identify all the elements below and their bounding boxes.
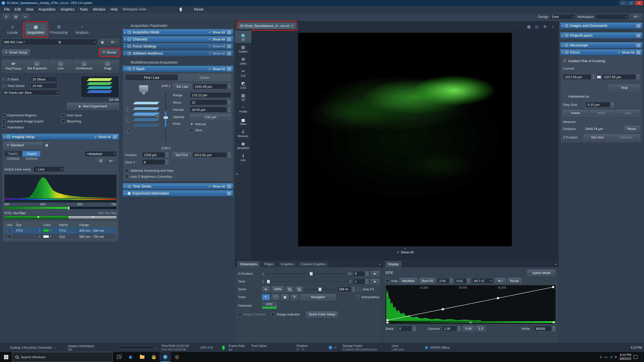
z-range-handle[interactable] [164, 116, 168, 119]
table-view-icon[interactable]: ▦ [43, 142, 51, 148]
zposition-spinner[interactable]: 6 [353, 271, 369, 277]
menu-window[interactable]: Window [90, 7, 108, 12]
last-slice-button[interactable]: L [126, 129, 130, 134]
zoom-slider[interactable] [305, 289, 335, 290]
taskbar-clock[interactable]: 6:10 PM 3/6/2023 [619, 353, 631, 361]
bleaching-checkbox[interactable] [62, 119, 65, 123]
view-info[interactable]: ℹInfo [235, 151, 251, 163]
z-fine-slider[interactable] [598, 71, 599, 82]
region-select-tool-button[interactable] [272, 294, 279, 300]
snap-button[interactable]: Snap [96, 60, 119, 72]
tab-acquisition[interactable]: ▦ Acquisition [25, 23, 47, 36]
time-play-button[interactable]: ▶ [371, 279, 379, 284]
fitc-channel-chip[interactable]: FITC [262, 302, 277, 309]
view-cut[interactable]: ✂Cut [235, 67, 251, 79]
slices-spinner[interactable]: 10 [190, 100, 231, 105]
start-button[interactable] [0, 352, 12, 362]
single-channel-checkbox[interactable] [238, 313, 242, 316]
auto-checkbox[interactable] [386, 279, 389, 283]
add-widefield-dropdown[interactable]: +Widefield [85, 151, 117, 157]
load-button[interactable]: Load [615, 110, 640, 116]
zoom-handle[interactable] [318, 288, 321, 291]
zposition-slider[interactable] [266, 273, 346, 274]
white-spinner[interactable]: 65535 [534, 326, 555, 331]
ch2-dye-dropdown[interactable] [16, 235, 40, 238]
minmax-button[interactable]: Min/Max [399, 278, 417, 284]
timeseries-duration-value[interactable]: 10 min [31, 83, 57, 88]
popout-icon[interactable]: ◳ [227, 30, 231, 34]
navigator-button[interactable]: Navigator [300, 294, 336, 300]
set-last-spinner[interactable]: 2242.49 µm [193, 84, 231, 89]
menu-acquisition[interactable]: Acquisition [36, 7, 58, 12]
find-focus-button[interactable]: AF Find Focus [2, 60, 25, 72]
taskbar-app[interactable] [171, 352, 183, 362]
software-autofocus-bar[interactable]: ▸ Software Autofocus ☐Show All ◳ [123, 50, 233, 56]
distance-reset-button[interactable]: Reset [624, 126, 640, 132]
interval-spinner[interactable]: 18.00 µm [190, 107, 231, 112]
ch2-gain-handle[interactable] [92, 216, 94, 218]
popout-icon[interactable]: ◳ [112, 135, 117, 139]
show-all-label[interactable]: Show All [98, 135, 111, 139]
quick-color-setup-button[interactable]: Quick Color Setup [306, 311, 338, 318]
timeseries-checkbox[interactable] [2, 84, 6, 87]
fitc-dye-dropdown[interactable]: FITC [16, 229, 40, 233]
zstack-range-widget[interactable]: 2449.1 2206.0 F C L ⇕ [125, 83, 171, 151]
tab-custom-graphics[interactable]: Custom Graphics [298, 261, 329, 267]
set-first-spinner[interactable]: 2412.61 µm [192, 152, 231, 158]
track-gear-button[interactable]: ⚙▾ [106, 158, 117, 164]
zposition-handle[interactable] [310, 272, 313, 276]
popout-icon[interactable]: ◳ [227, 51, 231, 56]
set-first-button[interactable]: Set First [172, 152, 191, 158]
taskbar-explorer[interactable] [136, 352, 148, 362]
display-gear-button[interactable]: ⚙▾ [495, 278, 506, 284]
focus-strategy-bar[interactable]: ▸ Focus Strategy ☐Show All ◳ [123, 43, 233, 49]
image-canvas[interactable] [298, 33, 512, 246]
track1-chip[interactable]: Track1 [4, 151, 22, 156]
slice-number-spinner[interactable]: 6 [142, 159, 169, 165]
tray-volume-icon[interactable]: ◁ [610, 355, 612, 359]
popout-icon[interactable]: ◳ [227, 67, 231, 71]
zoom-spinner[interactable]: 166 % [337, 287, 355, 292]
popout-icon[interactable]: ◳ [636, 24, 641, 28]
auto-save-checkbox[interactable] [62, 113, 65, 117]
reuse-button[interactable]: ↻Reuse [100, 49, 119, 55]
time-spinner[interactable]: 1 [353, 279, 369, 284]
step-size-spinner[interactable]: 0.10 µm [586, 102, 614, 107]
start-experiment-button[interactable]: ▶ Start Experiment [67, 103, 119, 110]
popout-icon[interactable]: ◳ [227, 184, 231, 189]
collapse-icon[interactable]: ▾ [405, 247, 406, 250]
all-tz-dropdown[interactable]: All T+Z [472, 278, 493, 284]
split-view-icon[interactable]: ◫ [534, 24, 540, 29]
close-document-icon[interactable]: ✕ [291, 24, 293, 27]
menu-help[interactable]: Help [108, 7, 120, 12]
time-handle[interactable] [267, 280, 270, 283]
stop-button[interactable]: Stop [609, 84, 640, 90]
zstack-tab-center[interactable]: Center [178, 74, 231, 81]
tab-processing[interactable]: ⚙ Processing [48, 23, 70, 36]
zstack-checkbox[interactable] [2, 77, 6, 81]
save-icon[interactable]: ▤ [12, 14, 20, 20]
menu-tools[interactable]: Tools [77, 7, 91, 12]
view-profile[interactable]: ~Profile [235, 103, 251, 115]
black-spinner[interactable]: 0 [397, 326, 416, 331]
channel-row-fitc[interactable]: FITC ▾ FITC 400 nm - 580 nm [5, 228, 116, 234]
toggle-icon[interactable]: ⇄ [334, 346, 336, 349]
menu-view[interactable]: View [23, 7, 36, 12]
automated-image-export-checkbox[interactable] [2, 119, 6, 123]
zoom-in-button[interactable]: + [295, 287, 303, 292]
tracks-per-slice-dropdown[interactable]: All Tracks per Slice [2, 90, 59, 95]
z-updown-button[interactable]: ⇕ [155, 114, 159, 119]
show-desktop-button[interactable] [641, 352, 643, 362]
range-handle[interactable] [68, 207, 69, 210]
imaging-setup-bar[interactable]: ▾ Imaging Setup ✓Show All ◳ [2, 134, 119, 140]
popout-icon[interactable]: ◳ [227, 44, 231, 49]
popout-icon[interactable]: ◳ [636, 33, 641, 38]
zoom-100-button[interactable]: 100% [272, 286, 284, 292]
tile-view-icon[interactable]: ▦ [526, 24, 532, 29]
zstack-tab-first-last[interactable]: First / Last [125, 74, 178, 81]
fitc-color-swatch[interactable] [43, 229, 49, 232]
auto-z-brightness-checkbox[interactable] [125, 175, 129, 178]
view-options-gear-icon[interactable]: ⚙ [542, 24, 548, 29]
switch-track-dropdown[interactable]: -- Line [33, 166, 64, 172]
workspace-gear-button[interactable]: ⚙▾ [630, 14, 641, 20]
